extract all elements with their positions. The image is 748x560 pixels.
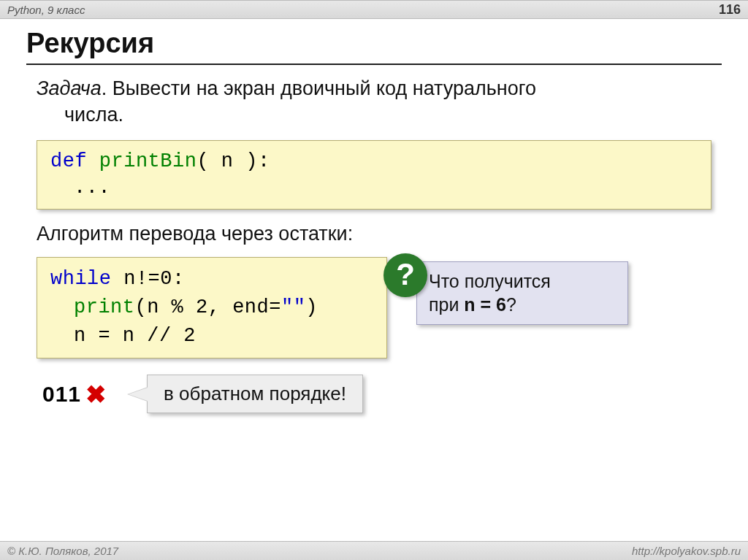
task-label: Задача	[37, 77, 102, 99]
result-row: 011 ✖ в обратном порядке!	[42, 375, 711, 413]
algorithm-label: Алгоритм перевода через остатки:	[37, 223, 711, 245]
code1-body: ...	[74, 174, 698, 201]
code1-params: ( n ):	[196, 150, 270, 172]
code2-l2-str: ""	[281, 296, 305, 318]
task-text: Задача. Вывести на экран двоичный код на…	[37, 75, 711, 129]
code-block-2: while n!=0: print(n % 2, end="") n = n /…	[37, 257, 387, 358]
code2-l1-rest: n!=0:	[112, 268, 185, 290]
note-pointer-icon	[127, 387, 148, 402]
header-left: Python, 9 класс	[7, 4, 85, 16]
callout-line2a: при	[429, 294, 464, 315]
footer-left: © К.Ю. Поляков, 2017	[7, 545, 118, 557]
callout-line2c: ?	[506, 294, 516, 315]
code1-def: def	[50, 150, 87, 172]
code-block-1: def printBin( n ): ...	[37, 140, 711, 210]
footer-bar: © К.Ю. Поляков, 2017 http://kpolyakov.sp…	[0, 541, 748, 560]
page-number: 116	[719, 2, 741, 18]
code2-l2b: )	[305, 296, 318, 318]
code2-l3: n = n // 2	[74, 322, 373, 350]
code2-l2a: (n % 2, end=	[135, 296, 281, 318]
task-line2: числа.	[64, 101, 123, 128]
result-value: 011	[42, 382, 81, 407]
header-bar: Python, 9 класс 116	[0, 0, 748, 19]
code-and-callout-row: while n!=0: print(n % 2, end="") n = n /…	[37, 257, 711, 358]
callout-line2b: n = 6	[464, 294, 506, 315]
footer-right: http://kpolyakov.spb.ru	[632, 545, 741, 557]
question-mark-icon: ?	[383, 253, 427, 297]
callout-line1: Что получится	[429, 271, 551, 291]
slide-content: Задача. Вывести на экран двоичный код на…	[0, 75, 748, 413]
cross-icon: ✖	[85, 380, 106, 409]
note-box: в обратном порядке!	[147, 375, 363, 413]
task-line1: . Вывести на экран двоичный код натураль…	[102, 77, 536, 99]
title-underline	[26, 64, 722, 65]
code1-fn: printBin	[87, 150, 196, 172]
code2-print: print	[74, 296, 135, 318]
code2-while: while	[50, 268, 112, 290]
note-text: в обратном порядке!	[164, 383, 346, 404]
slide-title: Рекурсия	[0, 19, 748, 64]
question-callout: ? Что получится при n = 6?	[416, 261, 628, 325]
